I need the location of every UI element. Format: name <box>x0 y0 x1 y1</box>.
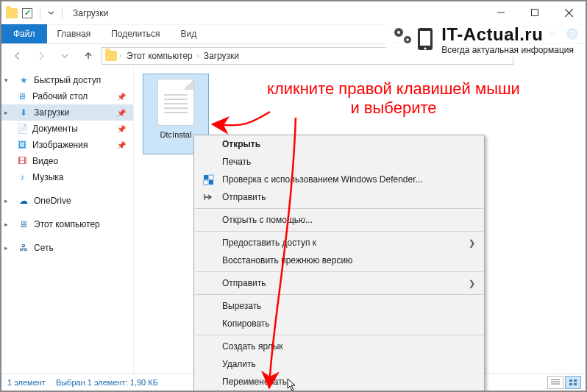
sidebar-onedrive[interactable]: ▸ ☁ OneDrive <box>1 193 133 209</box>
svg-rect-14 <box>574 383 577 385</box>
chevron-right-icon[interactable]: › <box>197 52 199 60</box>
view-icons-button[interactable] <box>565 376 581 389</box>
svg-point-21 <box>424 47 427 49</box>
ctx-create-shortcut[interactable]: Создать ярлык <box>194 338 484 355</box>
chevron-right-icon[interactable]: › <box>120 52 122 60</box>
quick-access-toolbar: ✓ Загрузки <box>1 7 108 20</box>
sidebar-label: OneDrive <box>34 196 71 206</box>
watermark-title: IT-Actual.ru <box>441 24 574 45</box>
ctx-print[interactable]: Печать <box>194 153 484 171</box>
sidebar-quick-access[interactable]: ▾ ★ Быстрый доступ <box>1 72 133 88</box>
watermark: IT-Actual.ru Всегда актуальная информаци… <box>385 22 578 57</box>
sidebar-label: Этот компьютер <box>34 219 100 229</box>
window-title: Загрузки <box>70 8 108 18</box>
defender-icon <box>202 174 215 185</box>
separator <box>62 7 63 20</box>
ctx-defender[interactable]: Проверка с использованием Windows Defend… <box>194 171 484 188</box>
ctx-cut[interactable]: Вырезать <box>194 297 484 315</box>
watermark-subtitle: Всегда актуальная информация <box>441 45 574 55</box>
share-icon <box>202 193 215 202</box>
file-label: DtcInstal <box>160 130 192 139</box>
view-details-button[interactable] <box>547 376 563 389</box>
sidebar-item-label: Видео <box>32 156 58 166</box>
chevron-right-icon[interactable]: ▸ <box>4 109 13 116</box>
sidebar-network[interactable]: ▸ 🖧 Сеть <box>1 240 133 256</box>
document-icon: 📄 <box>16 123 28 135</box>
video-icon: 🎞 <box>16 155 28 167</box>
view-buttons <box>547 376 581 389</box>
ctx-share[interactable]: Отправить <box>194 188 484 206</box>
svg-point-18 <box>406 38 409 41</box>
tab-home[interactable]: Главная <box>47 24 102 43</box>
svg-rect-6 <box>204 180 208 185</box>
sidebar-item-music[interactable]: ♪ Музыка <box>1 169 133 185</box>
history-dropdown[interactable] <box>54 46 75 65</box>
folder-icon <box>6 8 18 18</box>
file-tab[interactable]: Файл <box>1 24 47 43</box>
pictures-icon: 🖼 <box>16 139 28 151</box>
pin-icon: 📌 <box>117 93 129 101</box>
sidebar-item-desktop[interactable]: 🖥 Рабочий стол 📌 <box>1 88 133 104</box>
explorer-window: ✓ Загрузки Файл Главная Поделиться Вид ?… <box>0 0 587 392</box>
breadcrumb-folder[interactable]: Загрузки <box>201 51 242 61</box>
sidebar-item-video[interactable]: 🎞 Видео <box>1 153 133 169</box>
sidebar-label: Быстрый доступ <box>34 75 101 85</box>
onedrive-icon: ☁ <box>18 195 29 207</box>
qat-dropdown-icon[interactable] <box>48 10 54 16</box>
svg-rect-1 <box>532 10 538 16</box>
ctx-send-to[interactable]: Отправить❯ <box>194 274 484 292</box>
ctx-grant-access[interactable]: Предоставить доступ к❯ <box>194 234 484 252</box>
sidebar-item-documents[interactable]: 📄 Документы 📌 <box>1 121 133 137</box>
downloads-icon: ⬇ <box>18 107 29 118</box>
tab-share[interactable]: Поделиться <box>101 24 170 43</box>
ctx-delete[interactable]: Удалить <box>194 355 484 373</box>
chevron-right-icon[interactable]: ▸ <box>4 221 13 228</box>
minimize-button[interactable] <box>484 1 518 24</box>
svg-rect-5 <box>209 175 213 179</box>
chevron-right-icon[interactable]: ▸ <box>4 197 13 204</box>
pin-icon: 📌 <box>117 125 129 133</box>
sidebar-this-pc[interactable]: ▸ 🖥 Этот компьютер <box>1 216 133 232</box>
sidebar: ▾ ★ Быстрый доступ 🖥 Рабочий стол 📌 ▸ ⬇ … <box>1 68 134 373</box>
svg-point-16 <box>397 31 400 34</box>
svg-rect-12 <box>574 379 577 382</box>
sidebar-item-label: Музыка <box>32 172 63 182</box>
chevron-down-icon[interactable]: ▾ <box>4 76 13 84</box>
pin-icon: 📌 <box>117 109 129 117</box>
tab-view[interactable]: Вид <box>170 24 207 43</box>
cursor-icon <box>287 378 299 392</box>
svg-rect-7 <box>209 180 213 185</box>
sidebar-item-pictures[interactable]: 🖼 Изображения 📌 <box>1 137 133 153</box>
ctx-open[interactable]: Открыть <box>194 135 484 153</box>
ctx-restore-previous[interactable]: Восстановить прежнюю версию <box>194 252 484 269</box>
chevron-right-icon: ❯ <box>469 279 475 288</box>
separator <box>195 208 483 209</box>
sidebar-item-downloads[interactable]: ▸ ⬇ Загрузки 📌 <box>1 104 133 121</box>
gears-phone-icon <box>390 24 437 56</box>
status-item-count: 1 элемент <box>7 378 46 387</box>
separator <box>195 335 483 335</box>
window-controls <box>484 1 586 24</box>
ctx-rename[interactable]: Переименовать <box>194 373 484 391</box>
close-button[interactable] <box>552 1 586 24</box>
sidebar-item-label: Изображения <box>32 140 88 150</box>
pin-icon: 📌 <box>117 141 129 149</box>
separator <box>195 231 483 232</box>
status-selection: Выбран 1 элемент: 1,90 КБ <box>56 378 158 387</box>
ctx-copy[interactable]: Копировать <box>194 315 484 332</box>
forward-button[interactable] <box>31 46 51 65</box>
qat-properties-button[interactable]: ✓ <box>22 8 32 18</box>
music-icon: ♪ <box>16 171 28 183</box>
maximize-button[interactable] <box>518 1 552 24</box>
back-button[interactable] <box>7 46 28 65</box>
svg-rect-4 <box>204 175 208 179</box>
svg-rect-11 <box>569 379 572 382</box>
network-icon: 🖧 <box>18 242 29 254</box>
chevron-right-icon[interactable]: ▸ <box>4 244 13 252</box>
breadcrumb-root[interactable]: Этот компьютер <box>124 51 196 61</box>
text-file-icon <box>157 79 194 126</box>
separator <box>195 271 483 272</box>
up-button[interactable] <box>78 46 99 65</box>
svg-rect-13 <box>569 383 572 385</box>
ctx-open-with[interactable]: Открыть с помощью... <box>194 211 484 229</box>
